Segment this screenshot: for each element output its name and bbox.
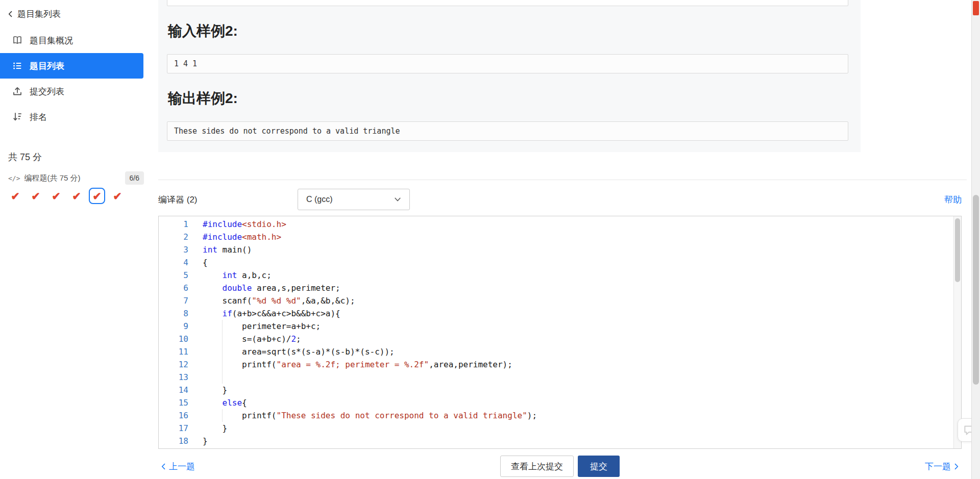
sidebar-item-label: 提交列表 — [30, 86, 64, 97]
compiler-select[interactable]: C (gcc) — [298, 189, 410, 210]
code-line-content: double area,s,perimeter; — [188, 282, 340, 294]
chevron-down-icon — [394, 196, 401, 203]
submit-button[interactable]: 提交 — [578, 456, 620, 477]
editor-scrollbar-thumb[interactable] — [955, 218, 960, 282]
page-scrollbar[interactable] — [971, 0, 980, 479]
line-number: 5 — [159, 269, 188, 282]
code-line-content: int a,b,c; — [188, 269, 272, 282]
code-line-content: else{ — [188, 396, 247, 409]
upload-icon — [12, 86, 22, 96]
code-line-content: printf("These sides do not correspond to… — [188, 409, 537, 422]
line-number: 2 — [159, 231, 188, 243]
code-line-content: int main() — [188, 243, 252, 256]
input-sample-title: 输入样例2: — [168, 21, 848, 41]
total-score: 共 75 分 — [8, 151, 42, 163]
back-label: 题目集列表 — [17, 8, 61, 20]
footer: 上一题 查看上次提交 提交 下一题 — [158, 455, 962, 478]
next-question-label: 下一题 — [925, 461, 951, 472]
indent-guide — [222, 358, 223, 371]
line-number: 8 — [159, 307, 188, 320]
page-scrollbar-thumb[interactable] — [973, 195, 979, 385]
footer-actions: 查看上次提交 提交 — [500, 456, 620, 477]
question-check[interactable]: ✔ — [48, 188, 64, 204]
check-icon: ✔ — [52, 191, 61, 201]
code-line: 16 printf("These sides do not correspond… — [159, 409, 953, 422]
previous-question-label: 上一题 — [169, 461, 195, 472]
code-line-content: } — [188, 384, 227, 396]
code-line: 6 double area,s,perimeter; — [159, 282, 953, 294]
question-check[interactable]: ✔ — [7, 188, 23, 204]
line-number: 18 — [159, 435, 188, 447]
progress-badge: 6/6 — [125, 171, 144, 185]
code-line: 9 perimeter=a+b+c; — [159, 320, 953, 333]
code-line: 7 scanf("%d %d %d",&a,&b,&c); — [159, 294, 953, 307]
code-line: 2#include<math.h> — [159, 231, 953, 243]
line-number: 16 — [159, 409, 188, 422]
compiler-row: 编译器 (2) C (gcc) 帮助 — [158, 189, 962, 210]
question-check[interactable]: ✔ — [68, 188, 85, 204]
question-check[interactable]: ✔ — [28, 188, 44, 204]
sidebar-item-label: 排名 — [30, 111, 47, 123]
problem-sample-card: 输入样例2: 1 4 1 输出样例2: These sides do not c… — [158, 0, 861, 152]
code-line: 17 } — [159, 422, 953, 435]
code-line: 13 — [159, 371, 953, 384]
question-check-current[interactable]: ✔ — [89, 188, 105, 204]
chevron-right-icon — [953, 463, 960, 470]
indent-guide — [222, 371, 223, 384]
code-line: 18} — [159, 435, 953, 447]
code-lines[interactable]: 1#include<stdio.h>2#include<math.h>3int … — [159, 218, 953, 448]
code-line-content: #include<stdio.h> — [188, 218, 286, 231]
chevron-left-icon — [160, 463, 167, 470]
scrollbar-marker — [973, 1, 979, 15]
view-last-submission-button[interactable]: 查看上次提交 — [500, 456, 574, 477]
check-icon: ✔ — [11, 191, 20, 201]
list-icon — [12, 61, 22, 71]
line-number: 7 — [159, 294, 188, 307]
code-line: 4{ — [159, 256, 953, 269]
code-line: 11 area=sqrt(s*(s-a)*(s-b)*(s-c)); — [159, 345, 953, 358]
code-line: 15 else{ — [159, 396, 953, 409]
check-icon: ✔ — [72, 191, 81, 201]
back-to-problem-set-list[interactable]: 题目集列表 — [7, 8, 61, 20]
code-line-content: #include<math.h> — [188, 231, 281, 243]
check-icon: ✔ — [31, 191, 40, 201]
previous-question-link[interactable]: 上一题 — [160, 461, 195, 472]
sample-box-partial — [167, 0, 848, 6]
question-check[interactable]: ✔ — [109, 188, 126, 204]
sidebar-item-problem-set-overview[interactable]: 题目集概况 — [0, 28, 143, 53]
code-line-content: s=(a+b+c)/2; — [188, 333, 301, 345]
code-line-content: perimeter=a+b+c; — [188, 320, 321, 333]
check-icon: ✔ — [92, 191, 102, 201]
chevron-left-icon — [7, 11, 14, 17]
help-link[interactable]: 帮助 — [944, 194, 962, 206]
sidebar-menu: 题目集概况 题目列表 提交列表 排名 — [0, 28, 158, 130]
line-number: 3 — [159, 243, 188, 256]
code-line: 10 s=(a+b+c)/2; — [159, 333, 953, 345]
sidebar-item-ranking[interactable]: 排名 — [0, 104, 143, 130]
output-sample-value: These sides do not correspond to a valid… — [174, 127, 400, 136]
indent-guide — [222, 320, 223, 333]
sidebar-item-label: 题目列表 — [30, 60, 64, 72]
check-icon: ✔ — [113, 191, 122, 201]
code-line: 1#include<stdio.h> — [159, 218, 953, 231]
indent-guide — [222, 333, 223, 345]
section-divider — [158, 180, 967, 180]
code-line-content: area=sqrt(s*(s-a)*(s-b)*(s-c)); — [188, 345, 395, 358]
output-sample-box: These sides do not correspond to a valid… — [167, 121, 848, 141]
code-line-content — [188, 371, 203, 384]
question-checks: ✔✔✔✔✔✔ — [5, 188, 128, 204]
sidebar: 题目集列表 题目集概况 题目列表 提交列表 — [0, 0, 158, 479]
line-number: 6 — [159, 282, 188, 294]
editor-scrollbar[interactable] — [953, 216, 961, 448]
line-number: 11 — [159, 345, 188, 358]
line-number: 9 — [159, 320, 188, 333]
sidebar-item-label: 题目集概况 — [30, 35, 73, 46]
line-number: 13 — [159, 371, 188, 384]
sidebar-item-submission-list[interactable]: 提交列表 — [0, 79, 143, 104]
rank-icon — [12, 112, 22, 122]
code-line: 5 int a,b,c; — [159, 269, 953, 282]
sidebar-item-problem-list[interactable]: 题目列表 — [0, 53, 143, 79]
code-line-content: } — [188, 435, 208, 447]
next-question-link[interactable]: 下一题 — [925, 461, 960, 472]
line-number: 1 — [159, 218, 188, 231]
